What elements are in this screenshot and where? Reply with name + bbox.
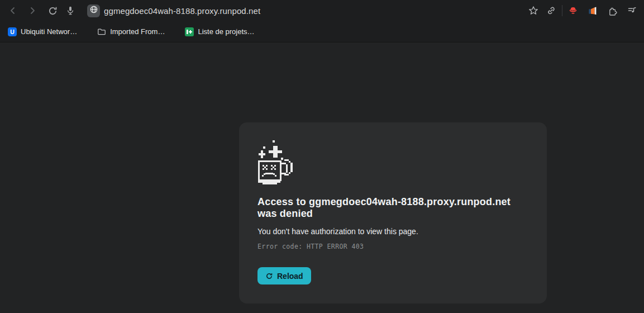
address-bar[interactable]: ggmegdoec04wah-8188.proxy.runpod.net bbox=[104, 6, 260, 16]
forward-button[interactable] bbox=[25, 3, 40, 18]
reload-button[interactable] bbox=[45, 3, 60, 18]
error-code: Error code: HTTP ERROR 403 bbox=[257, 243, 528, 250]
microphone-icon bbox=[65, 6, 75, 16]
spreadsheet-icon bbox=[185, 27, 194, 36]
link-icon bbox=[546, 6, 556, 16]
extensions-menu-button[interactable] bbox=[605, 3, 620, 18]
star-icon bbox=[528, 6, 538, 16]
back-button[interactable] bbox=[6, 3, 20, 18]
bookmark-label: Imported From… bbox=[110, 27, 165, 36]
voice-search-button[interactable] bbox=[63, 3, 78, 18]
bookmark-liste-projets[interactable]: Liste de projets… bbox=[183, 25, 256, 39]
extension-megaphone-button[interactable] bbox=[585, 3, 600, 18]
error-message: You don't have authorization to view thi… bbox=[257, 227, 528, 236]
bookmark-page-button[interactable] bbox=[526, 3, 541, 18]
back-chevron-icon bbox=[8, 6, 17, 15]
bookmarks-bar: U Ubiquiti Networ… Imported From… Li bbox=[0, 21, 644, 42]
site-info-button[interactable] bbox=[87, 4, 100, 17]
toolbar-divider bbox=[562, 5, 562, 16]
error-card: Access to ggmegdoec04wah-8188.proxy.runp… bbox=[239, 122, 547, 303]
playlist-menu-button[interactable] bbox=[625, 3, 640, 18]
bookmark-imported-folder[interactable]: Imported From… bbox=[95, 25, 167, 39]
bookmark-label: Liste de projets… bbox=[198, 27, 254, 36]
reload-icon bbox=[47, 6, 58, 16]
bookmark-ubiquiti[interactable]: U Ubiquiti Networ… bbox=[6, 25, 79, 39]
puzzle-piece-icon bbox=[608, 6, 618, 16]
extension-ufo-button[interactable] bbox=[566, 3, 580, 18]
copy-link-button[interactable] bbox=[544, 3, 559, 18]
folder-icon bbox=[97, 27, 106, 36]
page-content: Access to ggmegdoec04wah-8188.proxy.runp… bbox=[0, 42, 644, 313]
megaphone-extension-icon bbox=[588, 6, 598, 16]
error-title: Access to ggmegdoec04wah-8188.proxy.runp… bbox=[257, 196, 512, 220]
playlist-music-icon bbox=[627, 6, 637, 16]
sad-mug-pixel-icon bbox=[257, 140, 295, 185]
refresh-icon bbox=[265, 272, 273, 280]
bookmark-label: Ubiquiti Networ… bbox=[21, 27, 77, 36]
reload-button-label: Reload bbox=[277, 272, 303, 281]
browser-chrome: ggmegdoec04wah-8188.proxy.runpod.net bbox=[0, 0, 644, 42]
reload-page-button[interactable]: Reload bbox=[257, 267, 311, 284]
ubiquiti-favicon: U bbox=[8, 27, 17, 36]
globe-icon bbox=[89, 5, 98, 16]
forward-chevron-icon bbox=[28, 6, 37, 15]
red-ufo-extension-icon bbox=[568, 6, 578, 16]
browser-toolbar: ggmegdoec04wah-8188.proxy.runpod.net bbox=[0, 0, 644, 21]
